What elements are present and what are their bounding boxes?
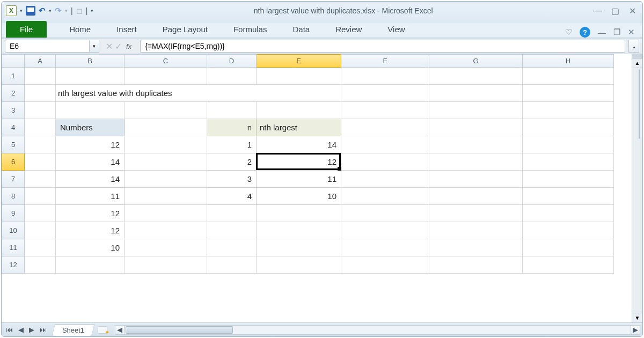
close-icon[interactable]: ✕ — [629, 6, 636, 16]
cell[interactable] — [25, 171, 56, 188]
cell[interactable]: 12 — [56, 205, 125, 222]
cell[interactable] — [25, 85, 56, 102]
cell[interactable] — [125, 222, 207, 239]
cell[interactable] — [25, 119, 56, 136]
cell[interactable] — [207, 222, 257, 239]
cell[interactable]: 4 — [207, 188, 257, 205]
row-header[interactable]: 6 — [2, 153, 25, 171]
cell[interactable] — [125, 119, 207, 136]
row-header[interactable]: 1 — [2, 68, 25, 85]
cell[interactable] — [341, 239, 429, 256]
tab-data[interactable]: Data — [280, 21, 323, 38]
select-all-corner[interactable] — [2, 55, 25, 68]
row-header[interactable]: 5 — [2, 136, 25, 153]
cell[interactable]: 14 — [257, 136, 341, 153]
cell[interactable] — [429, 222, 523, 239]
vscroll-thumb[interactable] — [639, 69, 640, 139]
row-header[interactable]: 10 — [2, 222, 25, 239]
cell[interactable] — [207, 239, 257, 256]
column-header[interactable]: C — [125, 55, 207, 68]
hscroll-thumb[interactable] — [126, 326, 233, 334]
cell[interactable] — [523, 205, 614, 222]
split-handle[interactable] — [632, 54, 642, 58]
cell[interactable] — [341, 102, 429, 119]
cell[interactable] — [125, 136, 207, 153]
formula-expand-icon[interactable]: ⌄ — [628, 40, 639, 53]
cell[interactable] — [523, 153, 614, 171]
ribbon-minimize-icon[interactable]: ♡ — [565, 27, 572, 37]
tab-file[interactable]: File — [6, 21, 47, 38]
cell[interactable]: Numbers — [56, 119, 125, 136]
cell[interactable] — [429, 68, 523, 85]
cell[interactable] — [341, 256, 429, 274]
cell[interactable]: 12 — [257, 153, 341, 171]
cell[interactable]: 2 — [207, 153, 257, 171]
cell[interactable] — [341, 119, 429, 136]
cell[interactable]: 10 — [257, 188, 341, 205]
cell[interactable] — [429, 239, 523, 256]
cell[interactable] — [125, 102, 207, 119]
maximize-icon[interactable]: ▢ — [611, 6, 619, 16]
cell[interactable] — [25, 239, 56, 256]
row-header[interactable]: 2 — [2, 85, 25, 102]
scroll-down-icon[interactable]: ▼ — [632, 313, 642, 322]
tab-view[interactable]: View — [375, 21, 418, 38]
cell[interactable] — [125, 153, 207, 171]
sheet-nav-prev-icon[interactable]: ◀ — [16, 326, 26, 334]
cell[interactable] — [341, 222, 429, 239]
cell[interactable] — [56, 256, 125, 274]
undo-icon[interactable]: ↶ — [39, 6, 46, 16]
tab-page-layout[interactable]: Page Layout — [150, 21, 221, 38]
tab-formulas[interactable]: Formulas — [221, 21, 280, 38]
row-header[interactable]: 4 — [2, 119, 25, 136]
cell[interactable]: nth largest value with duplicates — [56, 85, 341, 102]
cell[interactable] — [257, 239, 341, 256]
column-header[interactable]: D — [207, 55, 257, 68]
cell[interactable] — [125, 239, 207, 256]
cell[interactable] — [257, 68, 341, 85]
name-box-dropdown-icon[interactable]: ▾ — [89, 40, 99, 52]
row-header[interactable]: 11 — [2, 239, 25, 256]
cell[interactable]: 10 — [56, 239, 125, 256]
row-header[interactable]: 12 — [2, 256, 25, 274]
scroll-right-icon[interactable]: ▶ — [631, 325, 640, 335]
cell[interactable] — [341, 188, 429, 205]
cell[interactable] — [25, 256, 56, 274]
cell[interactable] — [125, 188, 207, 205]
cell[interactable] — [125, 256, 207, 274]
row-header[interactable]: 3 — [2, 102, 25, 119]
column-header[interactable]: G — [429, 55, 523, 68]
cell[interactable] — [341, 136, 429, 153]
cell[interactable] — [341, 153, 429, 171]
cell[interactable] — [207, 205, 257, 222]
cell[interactable] — [523, 136, 614, 153]
qat-menu-dropdown-icon[interactable]: ▾ — [20, 8, 23, 13]
cell[interactable] — [25, 188, 56, 205]
cell[interactable] — [25, 102, 56, 119]
cell[interactable] — [341, 68, 429, 85]
cell[interactable]: 3 — [207, 171, 257, 188]
cell[interactable] — [523, 222, 614, 239]
cell[interactable] — [523, 171, 614, 188]
formula-input[interactable]: {=MAX(IF(rng<E5,rng))} — [140, 40, 625, 53]
minimize-icon[interactable]: — — [593, 6, 602, 16]
workbook-minimize-icon[interactable]: — — [598, 28, 606, 37]
tab-review[interactable]: Review — [323, 21, 375, 38]
cell[interactable] — [523, 102, 614, 119]
cell[interactable] — [429, 171, 523, 188]
cell[interactable] — [257, 222, 341, 239]
cell[interactable]: 1 — [207, 136, 257, 153]
hscroll-track[interactable] — [124, 325, 631, 335]
cell[interactable]: 14 — [56, 153, 125, 171]
cell[interactable]: 14 — [56, 171, 125, 188]
cell[interactable] — [429, 256, 523, 274]
name-box[interactable]: E6 ▾ — [5, 40, 99, 53]
cell[interactable] — [523, 119, 614, 136]
cell[interactable] — [341, 205, 429, 222]
column-header[interactable]: B — [56, 55, 125, 68]
undo-dropdown-icon[interactable]: ▾ — [49, 8, 52, 13]
cell[interactable] — [523, 256, 614, 274]
cell[interactable]: 11 — [257, 171, 341, 188]
cell[interactable] — [56, 102, 125, 119]
cell[interactable] — [125, 205, 207, 222]
